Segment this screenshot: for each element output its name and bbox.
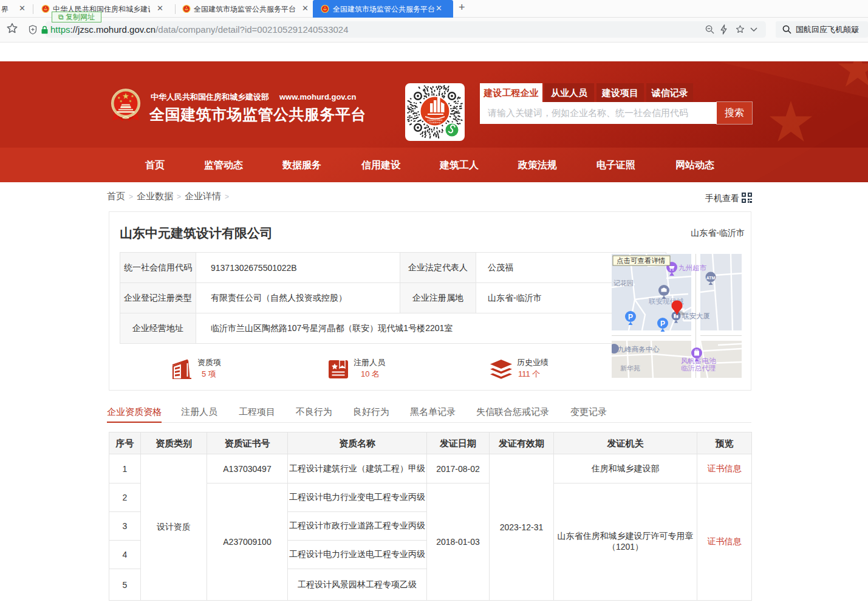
svg-text:九州超市: 九州超市	[678, 264, 707, 272]
svg-text:公共服务平台: 公共服务平台	[429, 121, 440, 124]
svg-text:P: P	[660, 320, 665, 328]
svg-text:记花园: 记花园	[613, 279, 634, 287]
svg-text:点击可查看详情: 点击可查看详情	[617, 257, 666, 264]
svg-text:临沂总代理: 临沂总代理	[681, 364, 716, 372]
svg-text:联安大厦: 联安大厦	[682, 312, 710, 320]
svg-text:ATM: ATM	[706, 276, 716, 280]
svg-text:九峰商务中心: 九峰商务中心	[618, 346, 660, 353]
svg-text:P: P	[628, 313, 633, 321]
svg-text:风帆蓄电池: 风帆蓄电池	[681, 357, 716, 364]
svg-text:新华苑: 新华苑	[620, 364, 640, 372]
